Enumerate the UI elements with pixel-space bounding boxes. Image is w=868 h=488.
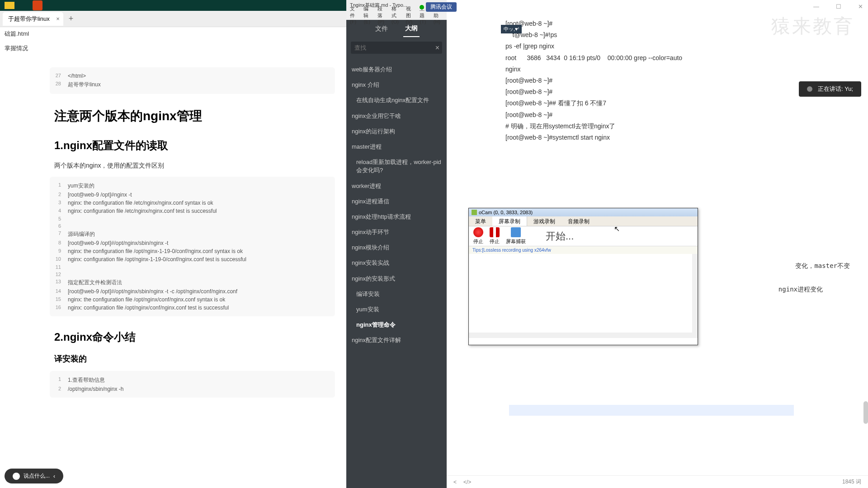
ocam-status-text: Tips:[Lossless recording using x264vfw bbox=[469, 246, 698, 254]
line-content: [root@web-9 /opt]#/opt/nginx/sbin/nginx … bbox=[68, 240, 168, 246]
terminal-line: [root@web-8 ~]## 看懂了扣 6 不懂7 bbox=[505, 98, 863, 109]
tab-title: 于超带你学linux bbox=[8, 15, 50, 23]
line-number: 12 bbox=[50, 272, 68, 277]
outline-item[interactable]: web服务器介绍 bbox=[346, 62, 447, 77]
line-content: nginx: configuration file /opt/nginx-1-1… bbox=[68, 256, 246, 263]
code-line: 10nginx: configuration file /opt/nginx-1… bbox=[50, 255, 335, 263]
shield-icon[interactable] bbox=[33, 0, 42, 10]
outline-item[interactable]: worker进程 bbox=[346, 178, 447, 194]
outline-item[interactable]: nginx进程通信 bbox=[346, 194, 447, 209]
outline-item[interactable]: nginx安装实战 bbox=[346, 255, 447, 271]
maximize-button[interactable]: ☐ bbox=[833, 2, 844, 11]
scrollbar-vertical[interactable] bbox=[692, 254, 698, 338]
outline-item[interactable]: 编译安装 bbox=[346, 286, 447, 302]
ocam-tab[interactable]: 屏幕录制 bbox=[492, 216, 527, 226]
code-block-bot: 11.查看帮助信息2/opt/nginx/sbin/nginx -h bbox=[50, 371, 335, 398]
ocam-window[interactable]: oCam (0, 0, 3833, 2083) 菜单屏幕录制游戏录制音频录制 停… bbox=[468, 208, 698, 345]
record-icon bbox=[473, 227, 483, 237]
ocam-capture-button[interactable]: 屏幕捕获 bbox=[506, 227, 526, 245]
watermark-text: 猿来教育 bbox=[771, 14, 854, 39]
ocam-app-icon bbox=[472, 210, 477, 215]
nav-back-button[interactable]: < bbox=[453, 479, 457, 485]
bookmark-item[interactable]: 掌握情况 bbox=[0, 41, 346, 56]
line-content: 源码编译的 bbox=[68, 230, 95, 238]
scrollbar-thumb[interactable] bbox=[863, 401, 868, 424]
close-icon[interactable]: × bbox=[56, 15, 60, 22]
page-content: 27</html>28超哥带学linux 注意两个版本的nginx管理 1.ng… bbox=[0, 56, 346, 488]
ocam-stop-button[interactable]: 停止 bbox=[473, 227, 483, 245]
line-number: 27 bbox=[50, 73, 68, 79]
line-number: 1 bbox=[50, 376, 68, 384]
scrollbar-horizontal[interactable] bbox=[469, 333, 692, 338]
ime-indicator: 中ッ,♥ᴵ bbox=[501, 25, 522, 33]
code-line: 13指定配置文件检测语法 bbox=[50, 278, 335, 287]
new-tab-button[interactable]: + bbox=[69, 14, 74, 23]
source-code-button[interactable]: </> bbox=[463, 479, 471, 485]
outline-list: web服务器介绍nginx 介绍在线自动生成nginx配置文件nginx企业用它… bbox=[346, 57, 447, 353]
menu-item[interactable]: 文件(F) bbox=[348, 5, 361, 25]
outline-item[interactable]: 在线自动生成nginx配置文件 bbox=[346, 93, 447, 108]
tab-file[interactable]: 文件 bbox=[373, 21, 390, 37]
menu-item[interactable]: 编辑(E) bbox=[362, 5, 375, 25]
editor-text-fragment: 变化，master不变 bbox=[795, 262, 850, 270]
chat-widget[interactable]: 说点什么... ‹ bbox=[5, 469, 63, 483]
ocam-tab[interactable]: 游戏录制 bbox=[527, 216, 561, 226]
browser-tab[interactable]: 于超带你学linux × bbox=[3, 12, 63, 26]
ocam-tab[interactable]: 音频录制 bbox=[561, 216, 596, 226]
url-text[interactable]: 础篇.html bbox=[0, 27, 346, 41]
line-number: 6 bbox=[50, 223, 68, 229]
ocam-titlebar[interactable]: oCam (0, 0, 3833, 2083) bbox=[469, 208, 698, 216]
ocam-tab[interactable]: 菜单 bbox=[469, 216, 492, 226]
outline-item[interactable]: nginx 介绍 bbox=[346, 77, 447, 93]
line-content: 超哥带学linux bbox=[68, 81, 101, 89]
line-number: 2 bbox=[50, 386, 68, 392]
outline-item[interactable]: nginx动手环节 bbox=[346, 225, 447, 240]
search-input[interactable] bbox=[351, 42, 442, 54]
code-line: 9nginx: the configuration file /opt/ngin… bbox=[50, 247, 335, 255]
minimize-button[interactable]: — bbox=[811, 2, 822, 11]
line-number: 28 bbox=[50, 81, 68, 89]
speaking-label: 正在讲话: Yu; bbox=[818, 85, 853, 93]
outline-item[interactable]: reload重新加载进程，worker-pid会变化吗? bbox=[346, 155, 447, 178]
outline-item[interactable]: nginx管理命令 bbox=[346, 317, 447, 333]
code-line: 4nginx: configuration file /etc/nginx/ng… bbox=[50, 207, 335, 215]
ocam-tabs: 菜单屏幕录制游戏录制音频录制 bbox=[469, 216, 698, 226]
line-number: 4 bbox=[50, 208, 68, 214]
outline-item[interactable]: nginx模块介绍 bbox=[346, 240, 447, 255]
ocam-toolbar: 停止 停止 屏幕捕获 开始... bbox=[469, 226, 698, 246]
code-line: 16nginx: configuration file /opt/nginx/c… bbox=[50, 304, 335, 312]
terminal-line: ps -ef |grep nginx bbox=[505, 41, 863, 52]
outline-item[interactable]: master进程 bbox=[346, 139, 447, 155]
close-icon[interactable]: × bbox=[435, 44, 439, 52]
line-number: 15 bbox=[50, 296, 68, 303]
search-box: × bbox=[351, 42, 442, 54]
code-line: 5 bbox=[50, 215, 335, 222]
tab-outline[interactable]: 大纲 bbox=[403, 21, 420, 37]
outline-item[interactable]: nginx的安装形式 bbox=[346, 271, 447, 286]
line-content: yum安装的 bbox=[68, 182, 94, 190]
line-number: 11 bbox=[50, 264, 68, 270]
folder-icon[interactable] bbox=[5, 2, 14, 9]
ocam-pause-button[interactable]: 停止 bbox=[490, 227, 500, 245]
line-number: 9 bbox=[50, 248, 68, 254]
outline-item[interactable]: yum安装 bbox=[346, 302, 447, 317]
line-number: 3 bbox=[50, 200, 68, 206]
heading-section-1: 1.nginx配置文件的读取 bbox=[54, 138, 335, 153]
close-button[interactable]: ✕ bbox=[855, 2, 866, 11]
heading-section-2: 2.nginx命令小结 bbox=[54, 330, 335, 344]
meeting-badge[interactable]: 腾讯会议 bbox=[420, 2, 457, 12]
outline-item[interactable]: nginx配置文件详解 bbox=[346, 333, 447, 348]
terminal-line: root 3686 3434 0 16:19 pts/0 00:00:00 gr… bbox=[505, 52, 863, 64]
chevron-left-icon[interactable]: ‹ bbox=[53, 473, 55, 479]
code-line: 3nginx: the configuration file /etc/ngin… bbox=[50, 199, 335, 207]
outline-item[interactable]: nginx企业用它干啥 bbox=[346, 108, 447, 124]
code-line: 7源码编译的 bbox=[50, 230, 335, 239]
menu-item[interactable]: 格式(O) bbox=[390, 5, 403, 25]
outline-item[interactable]: nginx处理http请求流程 bbox=[346, 209, 447, 225]
heading-main: 注意两个版本的nginx管理 bbox=[54, 108, 335, 125]
btn-label: 屏幕捕获 bbox=[506, 238, 526, 245]
outline-item[interactable]: nginx的运行架构 bbox=[346, 124, 447, 139]
screen-icon bbox=[511, 227, 521, 237]
window-controls: — ☐ ✕ bbox=[811, 2, 866, 11]
code-line: 11 bbox=[50, 263, 335, 271]
